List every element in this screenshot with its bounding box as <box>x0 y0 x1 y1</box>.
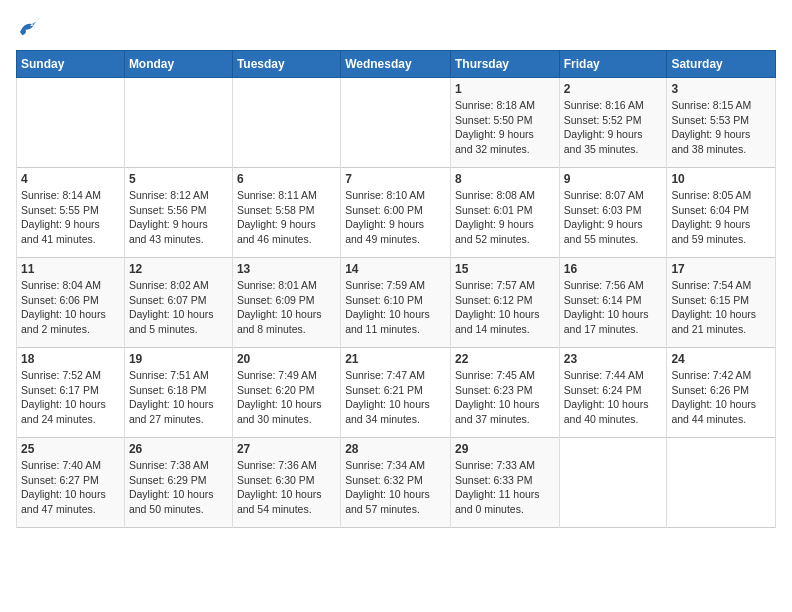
day-info: Sunrise: 7:57 AM Sunset: 6:12 PM Dayligh… <box>455 278 555 337</box>
day-info: Sunrise: 8:01 AM Sunset: 6:09 PM Dayligh… <box>237 278 336 337</box>
day-info: Sunrise: 7:40 AM Sunset: 6:27 PM Dayligh… <box>21 458 120 517</box>
calendar-cell: 14Sunrise: 7:59 AM Sunset: 6:10 PM Dayli… <box>341 258 451 348</box>
day-number: 19 <box>129 352 228 366</box>
header-day-sunday: Sunday <box>17 51 125 78</box>
day-info: Sunrise: 7:42 AM Sunset: 6:26 PM Dayligh… <box>671 368 771 427</box>
calendar-cell: 5Sunrise: 8:12 AM Sunset: 5:56 PM Daylig… <box>124 168 232 258</box>
calendar-cell: 25Sunrise: 7:40 AM Sunset: 6:27 PM Dayli… <box>17 438 125 528</box>
calendar-body: 1Sunrise: 8:18 AM Sunset: 5:50 PM Daylig… <box>17 78 776 528</box>
day-number: 21 <box>345 352 446 366</box>
calendar-cell: 2Sunrise: 8:16 AM Sunset: 5:52 PM Daylig… <box>559 78 667 168</box>
day-number: 8 <box>455 172 555 186</box>
day-number: 1 <box>455 82 555 96</box>
day-number: 12 <box>129 262 228 276</box>
header-day-tuesday: Tuesday <box>232 51 340 78</box>
day-info: Sunrise: 8:07 AM Sunset: 6:03 PM Dayligh… <box>564 188 663 247</box>
header-day-monday: Monday <box>124 51 232 78</box>
day-info: Sunrise: 7:44 AM Sunset: 6:24 PM Dayligh… <box>564 368 663 427</box>
day-number: 7 <box>345 172 446 186</box>
calendar-cell: 26Sunrise: 7:38 AM Sunset: 6:29 PM Dayli… <box>124 438 232 528</box>
day-info: Sunrise: 8:04 AM Sunset: 6:06 PM Dayligh… <box>21 278 120 337</box>
calendar-cell: 22Sunrise: 7:45 AM Sunset: 6:23 PM Dayli… <box>450 348 559 438</box>
calendar-week-row: 11Sunrise: 8:04 AM Sunset: 6:06 PM Dayli… <box>17 258 776 348</box>
day-number: 9 <box>564 172 663 186</box>
calendar-cell: 9Sunrise: 8:07 AM Sunset: 6:03 PM Daylig… <box>559 168 667 258</box>
calendar-header: SundayMondayTuesdayWednesdayThursdayFrid… <box>17 51 776 78</box>
day-info: Sunrise: 7:47 AM Sunset: 6:21 PM Dayligh… <box>345 368 446 427</box>
calendar-cell: 21Sunrise: 7:47 AM Sunset: 6:21 PM Dayli… <box>341 348 451 438</box>
header-day-friday: Friday <box>559 51 667 78</box>
calendar-cell: 23Sunrise: 7:44 AM Sunset: 6:24 PM Dayli… <box>559 348 667 438</box>
calendar-cell <box>17 78 125 168</box>
header-day-thursday: Thursday <box>450 51 559 78</box>
day-info: Sunrise: 7:56 AM Sunset: 6:14 PM Dayligh… <box>564 278 663 337</box>
day-info: Sunrise: 7:34 AM Sunset: 6:32 PM Dayligh… <box>345 458 446 517</box>
day-number: 25 <box>21 442 120 456</box>
day-info: Sunrise: 8:10 AM Sunset: 6:00 PM Dayligh… <box>345 188 446 247</box>
day-number: 15 <box>455 262 555 276</box>
day-info: Sunrise: 7:49 AM Sunset: 6:20 PM Dayligh… <box>237 368 336 427</box>
calendar-week-row: 4Sunrise: 8:14 AM Sunset: 5:55 PM Daylig… <box>17 168 776 258</box>
calendar-cell: 12Sunrise: 8:02 AM Sunset: 6:07 PM Dayli… <box>124 258 232 348</box>
day-info: Sunrise: 8:14 AM Sunset: 5:55 PM Dayligh… <box>21 188 120 247</box>
calendar-cell: 15Sunrise: 7:57 AM Sunset: 6:12 PM Dayli… <box>450 258 559 348</box>
day-number: 27 <box>237 442 336 456</box>
calendar-cell <box>559 438 667 528</box>
logo-bird-icon <box>16 16 40 40</box>
day-info: Sunrise: 8:18 AM Sunset: 5:50 PM Dayligh… <box>455 98 555 157</box>
day-number: 29 <box>455 442 555 456</box>
day-info: Sunrise: 7:36 AM Sunset: 6:30 PM Dayligh… <box>237 458 336 517</box>
day-number: 20 <box>237 352 336 366</box>
page-header <box>16 16 776 40</box>
header-row: SundayMondayTuesdayWednesdayThursdayFrid… <box>17 51 776 78</box>
calendar-cell: 27Sunrise: 7:36 AM Sunset: 6:30 PM Dayli… <box>232 438 340 528</box>
day-info: Sunrise: 8:16 AM Sunset: 5:52 PM Dayligh… <box>564 98 663 157</box>
day-info: Sunrise: 7:52 AM Sunset: 6:17 PM Dayligh… <box>21 368 120 427</box>
header-day-wednesday: Wednesday <box>341 51 451 78</box>
day-number: 6 <box>237 172 336 186</box>
calendar-cell: 28Sunrise: 7:34 AM Sunset: 6:32 PM Dayli… <box>341 438 451 528</box>
day-number: 14 <box>345 262 446 276</box>
day-info: Sunrise: 8:15 AM Sunset: 5:53 PM Dayligh… <box>671 98 771 157</box>
calendar-week-row: 1Sunrise: 8:18 AM Sunset: 5:50 PM Daylig… <box>17 78 776 168</box>
day-number: 11 <box>21 262 120 276</box>
calendar-cell <box>232 78 340 168</box>
day-number: 10 <box>671 172 771 186</box>
calendar-cell: 18Sunrise: 7:52 AM Sunset: 6:17 PM Dayli… <box>17 348 125 438</box>
day-info: Sunrise: 8:11 AM Sunset: 5:58 PM Dayligh… <box>237 188 336 247</box>
calendar-cell <box>667 438 776 528</box>
calendar-cell <box>124 78 232 168</box>
calendar-cell: 6Sunrise: 8:11 AM Sunset: 5:58 PM Daylig… <box>232 168 340 258</box>
day-number: 5 <box>129 172 228 186</box>
day-number: 26 <box>129 442 228 456</box>
day-number: 17 <box>671 262 771 276</box>
day-info: Sunrise: 7:38 AM Sunset: 6:29 PM Dayligh… <box>129 458 228 517</box>
day-info: Sunrise: 8:02 AM Sunset: 6:07 PM Dayligh… <box>129 278 228 337</box>
day-number: 3 <box>671 82 771 96</box>
day-info: Sunrise: 7:45 AM Sunset: 6:23 PM Dayligh… <box>455 368 555 427</box>
day-number: 2 <box>564 82 663 96</box>
calendar-cell: 16Sunrise: 7:56 AM Sunset: 6:14 PM Dayli… <box>559 258 667 348</box>
calendar-table: SundayMondayTuesdayWednesdayThursdayFrid… <box>16 50 776 528</box>
day-number: 13 <box>237 262 336 276</box>
calendar-week-row: 18Sunrise: 7:52 AM Sunset: 6:17 PM Dayli… <box>17 348 776 438</box>
day-info: Sunrise: 8:05 AM Sunset: 6:04 PM Dayligh… <box>671 188 771 247</box>
calendar-cell: 11Sunrise: 8:04 AM Sunset: 6:06 PM Dayli… <box>17 258 125 348</box>
calendar-cell: 29Sunrise: 7:33 AM Sunset: 6:33 PM Dayli… <box>450 438 559 528</box>
day-number: 18 <box>21 352 120 366</box>
day-number: 4 <box>21 172 120 186</box>
day-number: 23 <box>564 352 663 366</box>
calendar-week-row: 25Sunrise: 7:40 AM Sunset: 6:27 PM Dayli… <box>17 438 776 528</box>
calendar-cell <box>341 78 451 168</box>
day-info: Sunrise: 7:33 AM Sunset: 6:33 PM Dayligh… <box>455 458 555 517</box>
day-info: Sunrise: 7:54 AM Sunset: 6:15 PM Dayligh… <box>671 278 771 337</box>
calendar-cell: 13Sunrise: 8:01 AM Sunset: 6:09 PM Dayli… <box>232 258 340 348</box>
day-number: 16 <box>564 262 663 276</box>
calendar-cell: 4Sunrise: 8:14 AM Sunset: 5:55 PM Daylig… <box>17 168 125 258</box>
day-number: 22 <box>455 352 555 366</box>
header-day-saturday: Saturday <box>667 51 776 78</box>
calendar-cell: 1Sunrise: 8:18 AM Sunset: 5:50 PM Daylig… <box>450 78 559 168</box>
calendar-cell: 24Sunrise: 7:42 AM Sunset: 6:26 PM Dayli… <box>667 348 776 438</box>
calendar-cell: 19Sunrise: 7:51 AM Sunset: 6:18 PM Dayli… <box>124 348 232 438</box>
day-info: Sunrise: 7:59 AM Sunset: 6:10 PM Dayligh… <box>345 278 446 337</box>
